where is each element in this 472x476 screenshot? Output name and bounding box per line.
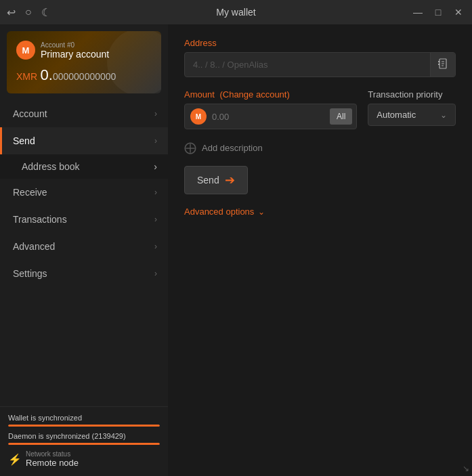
sidebar-item-receive-label: Receive [13, 187, 47, 198]
priority-wrapper: Transaction priority Automatic ⌄ [368, 89, 456, 129]
sidebar-item-advanced[interactable]: Advanced › [0, 233, 168, 260]
chevron-down-icon: ⌄ [440, 110, 447, 120]
sidebar-item-address-book[interactable]: Address book › [0, 154, 168, 179]
sidebar-item-settings-label: Settings [13, 268, 47, 279]
balance-unit: XMR [16, 71, 37, 82]
svg-rect-4 [438, 61, 439, 62]
resize-handle[interactable]: ↘ [463, 464, 469, 473]
sidebar-item-send-label: Send [13, 135, 35, 146]
send-arrow-icon: ➔ [225, 173, 235, 188]
account-card-top: M Account #0 Primary account [16, 41, 152, 60]
account-title: Primary account [41, 49, 109, 60]
account-balance: XMR 0.000000000000 [16, 66, 152, 84]
monero-icon-amount: M [190, 108, 207, 125]
chevron-right-icon: › [154, 136, 157, 146]
wallet-sync-bar-fill [8, 425, 160, 427]
add-description-label: Add description [202, 143, 263, 153]
window-controls: — □ ✕ [411, 7, 465, 18]
address-book-button[interactable] [430, 53, 455, 77]
add-description[interactable]: ⨁ Add description [184, 142, 456, 154]
sidebar-item-settings[interactable]: Settings › [0, 260, 168, 287]
close-button[interactable]: ✕ [452, 7, 465, 18]
titlebar-left: ↩ ○ ☾ [7, 6, 51, 19]
lightning-icon: ⚡ [8, 453, 22, 466]
minimize-button[interactable]: — [411, 7, 425, 18]
network-info: Network status Remote node [26, 450, 79, 468]
chevron-right-icon: › [154, 215, 157, 224]
chevron-down-icon: ⌄ [258, 207, 265, 217]
priority-value: Automatic [377, 110, 416, 120]
network-label-small: Network status [26, 450, 79, 458]
nav-section: Account › Send › Address book › Receive … [0, 100, 168, 406]
chevron-right-icon: › [154, 269, 157, 278]
amount-wrapper: Amount (Change account) M All [184, 89, 357, 129]
daemon-sync-bar [8, 443, 160, 445]
sidebar-item-address-book-label: Address book [22, 161, 80, 172]
change-account-link[interactable]: (Change account) [219, 89, 289, 100]
sidebar-item-advanced-label: Advanced [13, 241, 55, 252]
sidebar-item-transactions[interactable]: Transactions › [0, 206, 168, 233]
balance-decimal: 000000000000 [53, 71, 116, 82]
sidebar: M Account #0 Primary account XMR 0.00000… [0, 24, 168, 476]
chevron-right-icon: › [154, 161, 157, 172]
globe-icon[interactable]: ○ [25, 6, 32, 18]
advanced-options[interactable]: Advanced options ⌄ [184, 207, 456, 217]
content-area: Address Amount (Change account) [168, 24, 472, 476]
send-button-label: Send [197, 175, 219, 186]
network-status: ⚡ Network status Remote node [8, 450, 160, 468]
sidebar-item-send[interactable]: Send › [0, 127, 168, 154]
daemon-sync-bar-fill [8, 443, 160, 445]
sidebar-item-receive[interactable]: Receive › [0, 179, 168, 206]
sidebar-item-account[interactable]: Account › [0, 100, 168, 127]
titlebar: ↩ ○ ☾ My wallet — □ ✕ [0, 0, 472, 24]
moon-icon[interactable]: ☾ [41, 6, 51, 19]
network-label-main: Remote node [26, 458, 79, 468]
maximize-button[interactable]: □ [431, 7, 445, 18]
address-label: Address [184, 38, 456, 48]
window-title: My wallet [216, 7, 255, 18]
priority-select[interactable]: Automatic ⌄ [368, 104, 456, 126]
priority-label: Transaction priority [368, 89, 456, 100]
main-layout: M Account #0 Primary account XMR 0.00000… [0, 24, 472, 476]
sidebar-footer: Wallet is synchronized Daemon is synchro… [0, 406, 168, 476]
amount-label: Amount (Change account) [184, 89, 357, 100]
back-icon[interactable]: ↩ [7, 6, 16, 19]
wallet-sync-bar [8, 425, 160, 427]
chevron-right-icon: › [154, 242, 157, 251]
plus-icon: ⨁ [184, 142, 196, 154]
address-input[interactable] [185, 53, 430, 77]
amount-priority-row: Amount (Change account) M All Transactio… [184, 89, 456, 129]
sidebar-item-transactions-label: Transactions [13, 214, 67, 225]
svg-rect-5 [438, 64, 439, 65]
address-input-wrapper[interactable] [184, 52, 456, 77]
amount-input-row[interactable]: M All [184, 104, 357, 129]
account-number: Account #0 [41, 41, 109, 49]
sidebar-item-account-label: Account [13, 108, 47, 119]
daemon-sync-label: Daemon is synchronized (2139429) [8, 432, 160, 440]
all-button[interactable]: All [330, 108, 352, 125]
send-button[interactable]: Send ➔ [184, 166, 248, 194]
advanced-options-label: Advanced options [184, 207, 254, 217]
monero-logo: M [16, 41, 35, 60]
account-name-info: Account #0 Primary account [41, 41, 109, 60]
account-card[interactable]: M Account #0 Primary account XMR 0.00000… [7, 31, 161, 93]
chevron-right-icon: › [154, 188, 157, 197]
chevron-right-icon: › [154, 109, 157, 118]
amount-input[interactable] [212, 112, 326, 122]
balance-whole: 0. [41, 66, 53, 83]
wallet-sync-label: Wallet is synchronized [8, 414, 160, 422]
